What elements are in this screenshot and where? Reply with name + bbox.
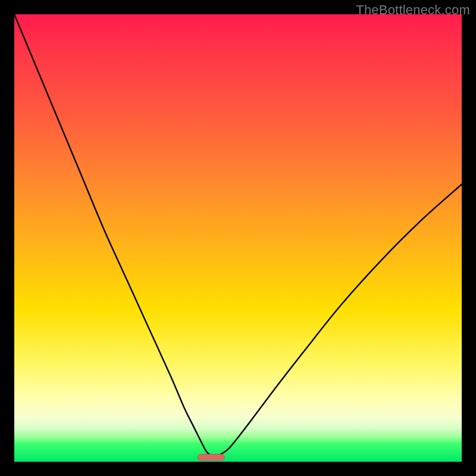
watermark-text: TheBottleneck.com (356, 2, 470, 18)
bottleneck-curve-svg (14, 14, 462, 462)
chart-frame (14, 14, 462, 462)
optimal-marker (198, 454, 224, 461)
bottleneck-curve (14, 14, 462, 458)
